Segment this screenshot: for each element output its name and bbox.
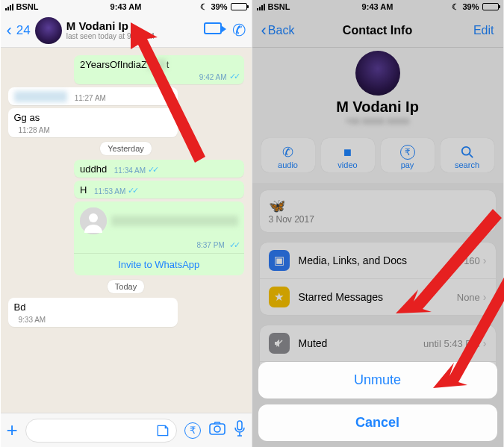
read-ticks-icon: ✓✓ — [229, 240, 238, 249]
redacted-text — [111, 216, 238, 226]
contact-card-avatar — [80, 207, 107, 234]
read-ticks-icon: ✓✓ — [128, 186, 137, 195]
chat-input-bar: + ₹ — [1, 413, 252, 447]
battery-icon — [231, 3, 247, 10]
message-time: 8:37 PM — [196, 241, 224, 249]
message-time: 11:28 AM — [19, 126, 50, 134]
message-text: Gg as — [14, 112, 40, 123]
svg-point-3 — [214, 426, 220, 432]
voice-call-button[interactable]: ✆ — [232, 22, 246, 39]
unread-count[interactable]: 24 — [16, 23, 31, 38]
cancel-button[interactable]: Cancel — [258, 404, 497, 441]
message-input[interactable] — [25, 419, 177, 443]
mic-button[interactable] — [234, 420, 246, 440]
contact-card-message[interactable]: 8:37 PM ✓✓ Invite to WhatsApp — [74, 201, 244, 275]
back-button[interactable]: ‹ — [7, 21, 12, 40]
dnd-icon: ☾ — [200, 2, 208, 12]
message-out[interactable]: H 11:53 AM✓✓ — [74, 181, 244, 199]
sticker-button[interactable] — [155, 423, 170, 442]
carrier-label: BSNL — [16, 2, 39, 11]
svg-rect-4 — [237, 421, 242, 430]
camera-button[interactable] — [208, 421, 226, 440]
message-in[interactable]: Bd 9:33 AM — [8, 298, 178, 327]
read-ticks-icon: ✓✓ — [229, 72, 238, 81]
invite-to-whatsapp-button[interactable]: Invite to WhatsApp — [74, 253, 244, 275]
date-separator: Today — [108, 280, 144, 293]
message-text: H — [80, 184, 87, 196]
svg-point-1 — [89, 213, 98, 222]
message-time: 9:33 AM — [19, 316, 46, 324]
contact-avatar[interactable] — [35, 17, 62, 44]
svg-rect-2 — [210, 424, 225, 434]
annotation-arrow — [131, 22, 228, 172]
message-time: 11:27 AM — [75, 94, 106, 102]
battery-pct: 39% — [211, 2, 227, 11]
message-text: uddhd — [80, 163, 107, 175]
svg-marker-6 — [131, 22, 205, 163]
attach-button[interactable]: + — [7, 419, 18, 442]
svg-marker-8 — [433, 276, 504, 388]
signal-icon — [5, 3, 13, 10]
message-time: 11:53 AM — [94, 187, 125, 196]
status-bar: BSNL 9:43 AM ☾ 39% — [1, 0, 252, 13]
message-text: Bd — [14, 301, 26, 313]
clock: 9:43 AM — [111, 2, 142, 11]
annotation-arrow — [433, 269, 504, 403]
payment-button[interactable]: ₹ — [184, 422, 201, 439]
redacted-text: xxxxxxxxxxx — [14, 91, 68, 102]
